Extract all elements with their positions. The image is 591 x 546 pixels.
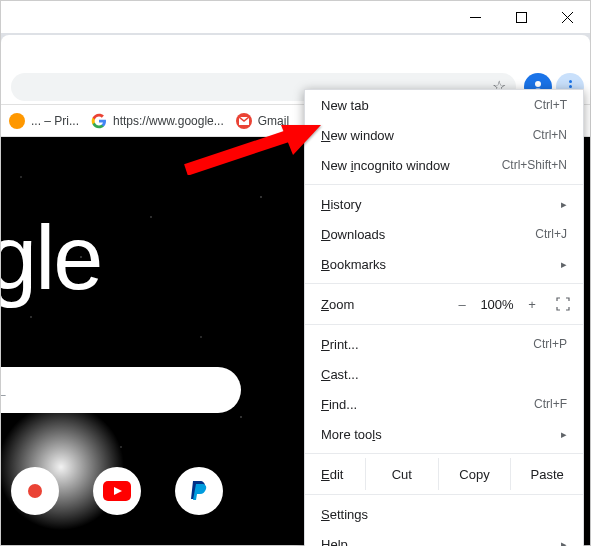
menu-label: New window (321, 128, 394, 143)
shortcut-row (1, 467, 223, 515)
google-logo: oogle (1, 207, 101, 310)
menu-cast[interactable]: Cast... (305, 359, 583, 389)
edit-paste-button[interactable]: Paste (510, 458, 583, 490)
menu-label: Edit (321, 467, 365, 482)
menu-separator (305, 494, 583, 495)
menu-zoom-row: Zoom – 100% + (305, 288, 583, 320)
search-box[interactable]: RL (1, 367, 241, 413)
menu-new-tab[interactable]: New tab Ctrl+T (305, 90, 583, 120)
menu-shortcut: Ctrl+P (533, 337, 567, 351)
edit-copy-button[interactable]: Copy (438, 458, 511, 490)
menu-downloads[interactable]: Downloads Ctrl+J (305, 219, 583, 249)
menu-label: New incognito window (321, 158, 450, 173)
menu-print[interactable]: Print... Ctrl+P (305, 329, 583, 359)
menu-shortcut: Ctrl+Shift+N (502, 158, 567, 172)
chrome-menu: New tab Ctrl+T New window Ctrl+N New inc… (304, 89, 584, 546)
zoom-out-button[interactable]: – (449, 297, 475, 312)
close-button[interactable] (544, 1, 590, 33)
menu-label: Cast... (321, 367, 359, 382)
edit-cut-button[interactable]: Cut (365, 458, 438, 490)
menu-more-tools[interactable]: More tools (305, 419, 583, 449)
menu-label: Downloads (321, 227, 385, 242)
menu-find[interactable]: Find... Ctrl+F (305, 389, 583, 419)
zoom-in-button[interactable]: + (519, 297, 545, 312)
fullscreen-button[interactable] (553, 294, 573, 314)
menu-label: Zoom (321, 297, 354, 312)
bookmark-label: ... – Pri... (31, 114, 79, 128)
maximize-button[interactable] (498, 1, 544, 33)
menu-shortcut: Ctrl+T (534, 98, 567, 112)
svg-point-6 (28, 484, 42, 498)
menu-shortcut: Ctrl+F (534, 397, 567, 411)
menu-separator (305, 453, 583, 454)
svg-rect-1 (516, 12, 526, 22)
bookmark-favicon (9, 113, 25, 129)
google-favicon (91, 113, 107, 129)
svg-marker-9 (281, 125, 321, 155)
menu-separator (305, 184, 583, 185)
svg-point-4 (535, 81, 541, 87)
shortcut-icon[interactable] (11, 467, 59, 515)
menu-label: Bookmarks (321, 257, 386, 272)
menu-history[interactable]: History (305, 189, 583, 219)
shortcut-youtube[interactable] (93, 467, 141, 515)
menu-label: More tools (321, 427, 382, 442)
bookmark-item[interactable]: ... – Pri... (9, 113, 79, 129)
menu-new-window[interactable]: New window Ctrl+N (305, 120, 583, 150)
browser-tab[interactable] (1, 35, 590, 69)
annotation-arrow (181, 125, 321, 179)
menu-shortcut: Ctrl+N (533, 128, 567, 142)
svg-line-8 (186, 135, 291, 170)
menu-label: Help (321, 537, 348, 547)
chrome-window: ☆ ... – Pri... https://www.google... Gma… (0, 0, 591, 546)
menu-shortcut: Ctrl+J (535, 227, 567, 241)
menu-help[interactable]: Help (305, 529, 583, 546)
menu-label: History (321, 197, 361, 212)
menu-separator (305, 324, 583, 325)
search-placeholder: RL (1, 382, 6, 399)
menu-label: Find... (321, 397, 357, 412)
tab-strip (1, 33, 590, 69)
menu-separator (305, 283, 583, 284)
menu-label: Print... (321, 337, 359, 352)
menu-bookmarks[interactable]: Bookmarks (305, 249, 583, 279)
menu-settings[interactable]: Settings (305, 499, 583, 529)
shortcut-paypal[interactable] (175, 467, 223, 515)
menu-edit-row: Edit Cut Copy Paste (305, 458, 583, 490)
zoom-value: 100% (475, 297, 519, 312)
window-titlebar (1, 1, 590, 33)
minimize-button[interactable] (452, 1, 498, 33)
menu-label: Settings (321, 507, 368, 522)
menu-label: New tab (321, 98, 369, 113)
menu-new-incognito[interactable]: New incognito window Ctrl+Shift+N (305, 150, 583, 180)
